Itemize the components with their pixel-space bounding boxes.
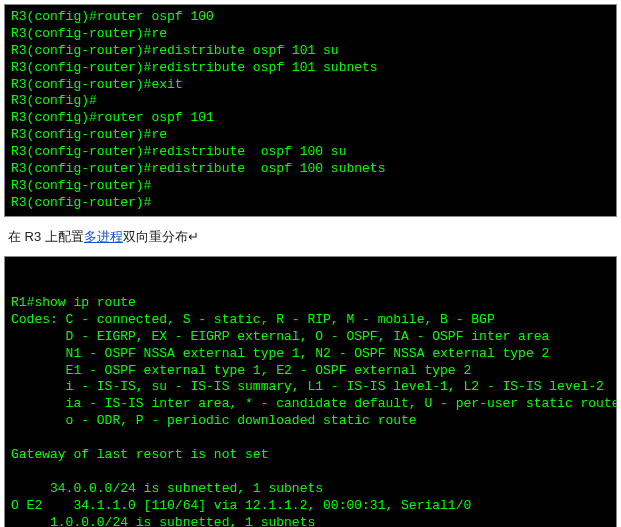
terminal-line: R3(config)#router ospf 100 bbox=[11, 9, 610, 26]
caption-1-pre: 在 R3 上配置 bbox=[8, 229, 84, 244]
terminal-line: i - IS-IS, su - IS-IS summary, L1 - IS-I… bbox=[11, 379, 610, 396]
terminal-line: R3(config-router)#re bbox=[11, 127, 610, 144]
terminal-line: D - EIGRP, EX - EIGRP external, O - OSPF… bbox=[11, 329, 610, 346]
terminal-line: R3(config-router)#redistribute ospf 101 … bbox=[11, 43, 610, 60]
terminal-line: R1#show ip route bbox=[11, 295, 610, 312]
terminal-line: R3(config-router)# bbox=[11, 195, 610, 212]
terminal-ospf-config: R3(config)#router ospf 100R3(config-rout… bbox=[4, 4, 617, 217]
terminal-line: R3(config-router)#redistribute ospf 100 … bbox=[11, 144, 610, 161]
terminal-line: R3(config-router)# bbox=[11, 178, 610, 195]
terminal-line: R3(config-router)#re bbox=[11, 26, 610, 43]
caption-1-post: 双向重分布 bbox=[123, 229, 188, 244]
terminal-line: Gateway of last resort is not set bbox=[11, 447, 610, 464]
terminal-line: R3(config-router)#redistribute ospf 101 … bbox=[11, 60, 610, 77]
terminal-line: N1 - OSPF NSSA external type 1, N2 - OSP… bbox=[11, 346, 610, 363]
terminal-line: E1 - OSPF external type 1, E2 - OSPF ext… bbox=[11, 363, 610, 380]
terminal-line: O E2 34.1.1.0 [110/64] via 12.1.1.2, 00:… bbox=[11, 498, 610, 515]
terminal-line: R3(config-router)#redistribute ospf 100 … bbox=[11, 161, 610, 178]
terminal-line: Codes: C - connected, S - static, R - RI… bbox=[11, 312, 610, 329]
caption-1: 在 R3 上配置多进程双向重分布↵ bbox=[0, 221, 621, 253]
terminal-line bbox=[11, 464, 610, 481]
terminal-line: 1.0.0.0/24 is subnetted, 1 subnets bbox=[11, 515, 610, 527]
caption-1-link[interactable]: 多进程 bbox=[84, 229, 123, 244]
terminal-line: R3(config)# bbox=[11, 93, 610, 110]
terminal-line: o - ODR, P - periodic downloaded static … bbox=[11, 413, 610, 430]
terminal-line: R3(config)#router ospf 101 bbox=[11, 110, 610, 127]
terminal-line: R3(config-router)#exit bbox=[11, 77, 610, 94]
terminal-line bbox=[11, 430, 610, 447]
terminal-ip-route: R1#show ip routeCodes: C - connected, S … bbox=[4, 256, 617, 527]
arrow-icon: ↵ bbox=[188, 229, 199, 244]
terminal-line: ia - IS-IS inter area, * - candidate def… bbox=[11, 396, 610, 413]
terminal-line: 34.0.0.0/24 is subnetted, 1 subnets bbox=[11, 481, 610, 498]
